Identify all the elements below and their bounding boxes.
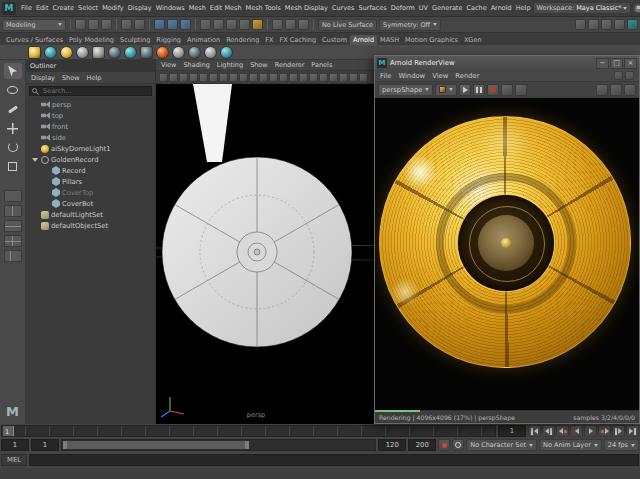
outliner-menu-show[interactable]: Show <box>62 74 80 82</box>
menu-windows[interactable]: Windows <box>154 4 187 12</box>
snap-to-grid-icon[interactable] <box>200 19 211 30</box>
shelf-tab-xgen[interactable]: XGen <box>461 35 485 45</box>
ipr-render-icon[interactable] <box>601 19 612 30</box>
play-backwards-button[interactable] <box>570 425 583 437</box>
close-button[interactable]: × <box>624 58 637 69</box>
menu-modify[interactable]: Modify <box>100 4 126 12</box>
arnold-toon-shader-icon[interactable] <box>188 46 201 59</box>
render-view-icon[interactable] <box>575 19 586 30</box>
menu-cache[interactable]: Cache <box>464 4 488 12</box>
outliner-menu-display[interactable]: Display <box>31 74 55 82</box>
start-ipr-button[interactable] <box>459 84 471 96</box>
lasso-tool-button[interactable] <box>4 82 22 98</box>
snap-to-point-icon[interactable] <box>226 19 237 30</box>
outliner-item-persp[interactable]: persp <box>26 99 155 110</box>
menu-surfaces[interactable]: Surfaces <box>357 4 389 12</box>
playback-start-field[interactable] <box>31 439 59 451</box>
shelf-tab-rendering[interactable]: Rendering <box>223 35 262 45</box>
select-by-component-icon[interactable] <box>180 19 191 30</box>
motion-blur-toggle-icon[interactable] <box>339 73 348 82</box>
use-all-lights-icon[interactable] <box>309 73 318 82</box>
shelf-tab-poly-modeling[interactable]: Poly Modeling <box>66 35 117 45</box>
zoom-fit-button[interactable] <box>610 84 622 96</box>
renderview-menu-render[interactable]: Render <box>455 72 479 80</box>
layout-four-pane-button[interactable] <box>4 235 22 247</box>
move-tool-button[interactable] <box>4 120 22 136</box>
arnold-render-icon[interactable] <box>220 46 233 59</box>
textured-display-icon[interactable] <box>299 73 308 82</box>
command-language-toggle[interactable]: MEL <box>1 454 27 466</box>
shelf-tab-rigging[interactable]: Rigging <box>153 35 184 45</box>
grid-toggle-icon[interactable] <box>209 73 218 82</box>
select-by-object-icon[interactable] <box>167 19 178 30</box>
display-aov-select[interactable] <box>435 84 457 96</box>
outliner-item-defaultlightset[interactable]: defaultLightSet <box>26 209 155 220</box>
render-current-frame-icon[interactable] <box>588 19 599 30</box>
arnold-standin-icon[interactable] <box>124 46 137 59</box>
menu-uv[interactable]: UV <box>417 4 430 12</box>
animation-end-field[interactable] <box>408 439 436 451</box>
arnold-mesh-light-icon[interactable] <box>60 46 73 59</box>
step-forward-frame-button[interactable] <box>612 425 625 437</box>
outliner-item-side[interactable]: side <box>26 132 155 143</box>
snap-to-plane-icon[interactable] <box>239 19 250 30</box>
outliner-item-pillars[interactable]: Pillars <box>26 176 155 187</box>
save-image-button[interactable] <box>515 84 527 96</box>
isolate-select-icon[interactable] <box>359 73 368 82</box>
menu-deform[interactable]: Deform <box>389 4 417 12</box>
menu-mesh-display[interactable]: Mesh Display <box>283 4 330 12</box>
resolution-gate-icon[interactable] <box>229 73 238 82</box>
fps-select[interactable]: 24 fps <box>604 439 639 451</box>
new-scene-icon[interactable] <box>75 19 86 30</box>
zoom-one-to-one-button[interactable] <box>624 84 636 96</box>
shelf-tab-motion-graphics[interactable]: Motion Graphics <box>402 35 461 45</box>
renderview-menu-file[interactable]: File <box>380 72 391 80</box>
lock-camera-icon[interactable] <box>159 73 168 82</box>
range-slider[interactable] <box>61 439 376 451</box>
safe-action-icon[interactable] <box>259 73 268 82</box>
animation-preferences-button[interactable] <box>452 439 464 451</box>
select-tool-button[interactable] <box>4 63 22 79</box>
go-to-end-button[interactable] <box>626 425 639 437</box>
menu-generate[interactable]: Generate <box>430 4 464 12</box>
viewport-menu-panels[interactable]: Panels <box>311 61 332 69</box>
renderview-debug-icon[interactable] <box>625 71 634 80</box>
outliner-item-aiskydomelight[interactable]: aiSkyDomeLight1 <box>26 143 155 154</box>
shelf-tab-custom[interactable]: Custom <box>319 35 350 45</box>
viewport-menu-show[interactable]: Show <box>250 61 268 69</box>
crop-region-button[interactable] <box>596 84 608 96</box>
menu-curves[interactable]: Curves <box>330 4 357 12</box>
arnold-standard-surface-icon[interactable] <box>156 46 169 59</box>
menu-mesh-tools[interactable]: Mesh Tools <box>244 4 283 12</box>
command-input[interactable] <box>29 454 639 466</box>
arnold-area-light-icon[interactable] <box>28 46 41 59</box>
layout-persp-outliner-button[interactable] <box>4 250 22 262</box>
go-to-start-button[interactable] <box>528 425 541 437</box>
playback-end-field[interactable] <box>378 439 406 451</box>
character-set-select[interactable]: No Character Set <box>466 439 537 451</box>
shelf-tab-arnold[interactable]: Arnold <box>350 35 377 45</box>
layout-single-pane-button[interactable] <box>4 190 22 202</box>
arnold-skydome-light-icon[interactable] <box>44 46 57 59</box>
snapshot-button[interactable] <box>501 84 513 96</box>
redo-icon[interactable] <box>134 19 145 30</box>
live-surface-selector[interactable]: No Live Surface <box>318 19 377 31</box>
range-start-handle[interactable] <box>63 441 67 449</box>
input-connections-icon[interactable] <box>272 19 283 30</box>
maximize-button[interactable]: □ <box>610 58 623 69</box>
menu-file[interactable]: File <box>19 4 34 12</box>
layout-two-pane-side-button[interactable] <box>4 205 22 217</box>
minimize-button[interactable]: − <box>596 58 609 69</box>
outliner-menu-help[interactable]: Help <box>87 74 102 82</box>
open-scene-icon[interactable] <box>88 19 99 30</box>
outliner-item-top[interactable]: top <box>26 110 155 121</box>
arnold-volume-icon[interactable] <box>140 46 153 59</box>
viewport-menu-shading[interactable]: Shading <box>183 61 209 69</box>
shadows-toggle-icon[interactable] <box>319 73 328 82</box>
shelf-tab-curves-surfaces[interactable]: Curves / Surfaces <box>3 35 66 45</box>
image-plane-icon[interactable] <box>189 73 198 82</box>
renderview-titlebar[interactable]: M Arnold RenderView − □ × <box>375 56 639 70</box>
viewport-menu-lighting[interactable]: Lighting <box>217 61 243 69</box>
screen-space-ao-icon[interactable] <box>329 73 338 82</box>
animation-start-field[interactable] <box>1 439 29 451</box>
